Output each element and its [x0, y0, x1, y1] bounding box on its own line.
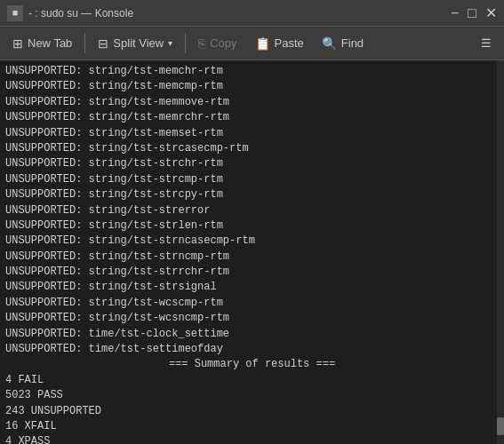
find-button[interactable]: 🔍 Find: [315, 33, 371, 54]
split-view-icon: ⊟: [98, 36, 108, 51]
copy-label: Copy: [210, 36, 236, 50]
terminal-line: 243 UNSUPPORTED: [5, 404, 499, 419]
minimize-button[interactable]: −: [451, 6, 459, 20]
window-title: - : sudo su — Konsole: [28, 7, 133, 20]
terminal[interactable]: UNSUPPORTED: string/tst-memchr-rtmUNSUPP…: [0, 60, 504, 444]
terminal-line: UNSUPPORTED: string/tst-memchr-rtm: [5, 64, 499, 79]
terminal-wrapper: UNSUPPORTED: string/tst-memchr-rtmUNSUPP…: [0, 60, 504, 444]
terminal-line: === Summary of results ===: [5, 357, 499, 372]
terminal-line: UNSUPPORTED: string/tst-wcsncmp-rtm: [5, 311, 499, 326]
titlebar-left: ■ - : sudo su — Konsole: [7, 5, 133, 21]
toolbar: ⊞ New Tab ⊟ Split View ▾ ⎘ Copy 📋 Paste …: [0, 27, 504, 60]
titlebar: ■ - : sudo su — Konsole − □ ✕: [0, 0, 504, 27]
terminal-line: UNSUPPORTED: string/tst-strcmp-rtm: [5, 172, 499, 187]
scrollbar-thumb[interactable]: [497, 417, 504, 435]
terminal-line: UNSUPPORTED: string/tst-strchr-rtm: [5, 156, 499, 171]
terminal-line: UNSUPPORTED: string/tst-memset-rtm: [5, 126, 499, 141]
window-controls: − □ ✕: [451, 6, 497, 20]
split-view-button[interactable]: ⊟ Split View ▾: [91, 33, 180, 54]
terminal-line: UNSUPPORTED: string/tst-memcmp-rtm: [5, 79, 499, 94]
find-label: Find: [341, 36, 364, 50]
menu-button[interactable]: ☰: [474, 33, 499, 53]
terminal-line: UNSUPPORTED: time/tst-settimeofday: [5, 342, 499, 357]
maximize-button[interactable]: □: [468, 6, 476, 20]
toolbar-separator-2: [185, 34, 186, 53]
paste-icon: 📋: [255, 36, 270, 51]
terminal-line: 16 XFAIL: [5, 419, 499, 434]
terminal-line: 4 FAIL: [5, 373, 499, 388]
copy-icon: ⎘: [198, 36, 205, 51]
split-view-chevron-icon: ▾: [168, 38, 172, 48]
terminal-line: UNSUPPORTED: string/tst-strcasecmp-rtm: [5, 141, 499, 156]
terminal-line: UNSUPPORTED: string/tst-strncmp-rtm: [5, 250, 499, 265]
split-view-label: Split View: [113, 36, 164, 50]
terminal-line: UNSUPPORTED: string/tst-strcpy-rtm: [5, 187, 499, 202]
close-button[interactable]: ✕: [485, 6, 497, 20]
copy-button[interactable]: ⎘ Copy: [191, 33, 244, 54]
terminal-line: UNSUPPORTED: string/tst-wcscmp-rtm: [5, 296, 499, 311]
terminal-line: UNSUPPORTED: string/tst-strrchr-rtm: [5, 265, 499, 280]
terminal-line: 5023 PASS: [5, 388, 499, 403]
terminal-line: UNSUPPORTED: string/tst-strlen-rtm: [5, 218, 499, 234]
terminal-line: UNSUPPORTED: time/tst-clock_settime: [5, 327, 499, 342]
terminal-line: UNSUPPORTED: string/tst-strerror: [5, 203, 499, 218]
terminal-line: UNSUPPORTED: string/tst-strncasecmp-rtm: [5, 234, 499, 249]
new-tab-icon: ⊞: [12, 36, 23, 51]
paste-label: Paste: [275, 36, 304, 50]
scrollbar[interactable]: [497, 60, 504, 444]
paste-button[interactable]: 📋 Paste: [248, 33, 311, 54]
terminal-line: 4 XPASS: [5, 434, 499, 444]
new-tab-button[interactable]: ⊞ New Tab: [5, 33, 79, 54]
toolbar-separator-1: [84, 34, 85, 53]
app-icon: ■: [7, 5, 23, 21]
hamburger-icon: ☰: [481, 36, 492, 50]
terminal-line: UNSUPPORTED: string/tst-memmove-rtm: [5, 95, 499, 110]
terminal-line: UNSUPPORTED: string/tst-strsignal: [5, 280, 499, 295]
new-tab-label: New Tab: [28, 36, 72, 50]
find-icon: 🔍: [322, 36, 337, 51]
terminal-line: UNSUPPORTED: string/tst-memrchr-rtm: [5, 110, 499, 125]
